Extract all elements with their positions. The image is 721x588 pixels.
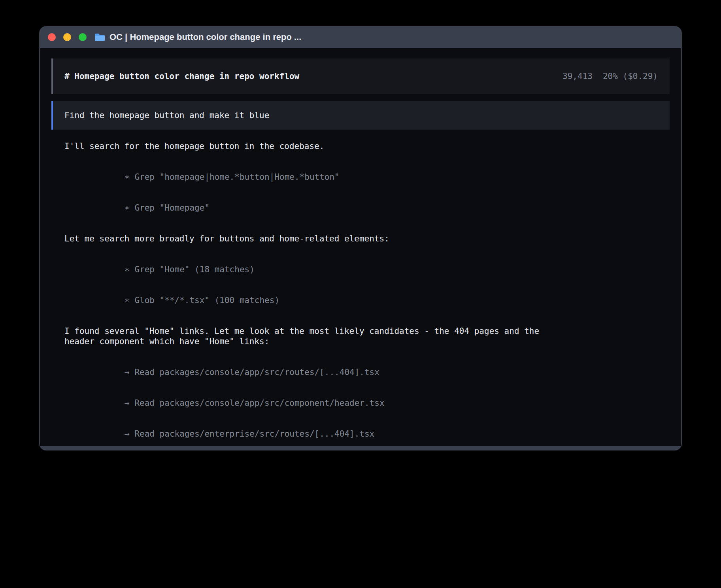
tool-call-grep: ∗Grep "Home" (18 matches): [64, 254, 670, 285]
tool-call-grep: ∗Grep "Homepage": [64, 192, 670, 223]
minimize-button[interactable]: [63, 33, 71, 41]
window-title-group: OC | Homepage button color change in rep…: [94, 32, 301, 42]
tool-call-glob: ∗Glob "**/*.tsx" (100 matches): [64, 285, 670, 316]
tool-asterisk-icon: ∗: [125, 296, 130, 305]
tool-asterisk-icon: ∗: [125, 172, 130, 182]
arrow-right-icon: →: [125, 368, 130, 377]
tool-call-text: Read packages/console/app/src/routes/[..…: [134, 368, 379, 377]
tool-call-text: Read packages/console/app/src/component/…: [134, 398, 384, 408]
assistant-response: I'll search for the homepage button in t…: [51, 141, 670, 446]
desktop: OC | Homepage button color change in rep…: [0, 0, 721, 588]
tool-call-text: Grep "Home" (18 matches): [134, 265, 254, 274]
tool-call-grep: ∗Grep "homepage|home.*button|Home.*butto…: [64, 162, 670, 192]
arrow-right-icon: →: [125, 398, 130, 408]
titlebar[interactable]: OC | Homepage button color change in rep…: [39, 26, 682, 48]
close-button[interactable]: [48, 33, 56, 41]
terminal-content: # Homepage button color change in repo w…: [40, 48, 681, 446]
tool-call-read: →Read packages/enterprise/src/routes/[..…: [64, 418, 670, 446]
tool-call-text: Grep "homepage|home.*button|Home.*button…: [134, 172, 339, 182]
session-header: # Homepage button color change in repo w…: [51, 58, 670, 94]
tool-call-read: →Read packages/console/app/src/component…: [64, 388, 670, 418]
tool-call-group: ∗Grep "Home" (18 matches) ∗Glob "**/*.ts…: [64, 254, 670, 316]
tool-call-text: Glob "**/*.tsx" (100 matches): [134, 296, 279, 305]
window-bottom-frame: [39, 446, 682, 450]
user-message: Find the homepage button and make it blu…: [51, 101, 670, 130]
tool-asterisk-icon: ∗: [125, 203, 130, 213]
arrow-right-icon: →: [125, 429, 130, 439]
tool-asterisk-icon: ∗: [125, 265, 130, 274]
tool-call-text: Read packages/enterprise/src/routes/[...…: [134, 429, 374, 439]
assistant-text: Let me search more broadly for buttons a…: [64, 234, 564, 244]
traffic-lights: [48, 33, 87, 41]
assistant-text: I found several "Home" links. Let me loo…: [64, 326, 564, 347]
context-usage: 20% ($0.29): [603, 71, 658, 81]
session-stats: 39,413 20% ($0.29): [562, 71, 658, 81]
session-title: # Homepage button color change in repo w…: [64, 71, 299, 81]
folder-icon: [94, 33, 105, 41]
terminal-window: OC | Homepage button color change in rep…: [39, 26, 682, 450]
tool-call-read: →Read packages/console/app/src/routes/[.…: [64, 357, 670, 388]
user-message-text: Find the homepage button and make it blu…: [64, 111, 269, 120]
tool-call-text: Grep "Homepage": [134, 203, 210, 213]
token-count: 39,413: [562, 71, 593, 81]
window-title: OC | Homepage button color change in rep…: [109, 32, 301, 42]
assistant-text: I'll search for the homepage button in t…: [64, 141, 564, 151]
zoom-button[interactable]: [79, 33, 87, 41]
tool-call-group: →Read packages/console/app/src/routes/[.…: [64, 357, 670, 446]
tool-call-group: ∗Grep "homepage|home.*button|Home.*butto…: [64, 162, 670, 223]
